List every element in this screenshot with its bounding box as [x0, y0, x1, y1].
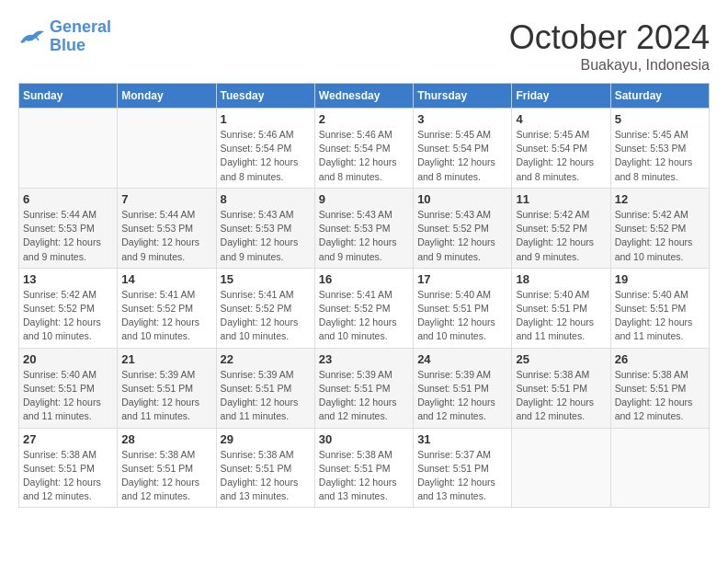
day-info: Sunrise: 5:39 AM Sunset: 5:51 PM Dayligh…: [417, 368, 507, 424]
day-number: 4: [516, 112, 606, 126]
calendar-cell: 21Sunrise: 5:39 AM Sunset: 5:51 PM Dayli…: [118, 348, 216, 428]
title-block: October 2024 Buakayu, Indonesia: [509, 18, 710, 74]
calendar-cell: 30Sunrise: 5:38 AM Sunset: 5:51 PM Dayli…: [314, 428, 413, 508]
day-number: 21: [121, 352, 211, 366]
calendar-week-row: 20Sunrise: 5:40 AM Sunset: 5:51 PM Dayli…: [19, 348, 710, 428]
calendar-cell: 26Sunrise: 5:38 AM Sunset: 5:51 PM Dayli…: [610, 348, 709, 428]
day-info: Sunrise: 5:39 AM Sunset: 5:51 PM Dayligh…: [221, 368, 311, 424]
day-number: 29: [221, 432, 311, 446]
calendar-cell: 18Sunrise: 5:40 AM Sunset: 5:51 PM Dayli…: [512, 268, 610, 348]
day-info: Sunrise: 5:45 AM Sunset: 5:54 PM Dayligh…: [417, 128, 507, 184]
weekday-header-cell: Monday: [118, 84, 216, 109]
calendar-week-row: 27Sunrise: 5:38 AM Sunset: 5:51 PM Dayli…: [19, 428, 710, 508]
calendar-week-row: 6Sunrise: 5:44 AM Sunset: 5:53 PM Daylig…: [19, 188, 710, 268]
page-header: General Blue October 2024 Buakayu, Indon…: [18, 18, 710, 74]
weekday-header-cell: Tuesday: [216, 84, 314, 109]
day-number: 23: [319, 352, 409, 366]
day-info: Sunrise: 5:38 AM Sunset: 5:51 PM Dayligh…: [516, 368, 606, 424]
day-number: 27: [23, 432, 113, 446]
day-number: 6: [23, 192, 113, 206]
calendar-cell: 15Sunrise: 5:41 AM Sunset: 5:52 PM Dayli…: [216, 268, 314, 348]
day-number: 5: [615, 112, 705, 126]
calendar-cell: 3Sunrise: 5:45 AM Sunset: 5:54 PM Daylig…: [414, 109, 512, 189]
day-info: Sunrise: 5:40 AM Sunset: 5:51 PM Dayligh…: [23, 368, 113, 424]
calendar-cell: [19, 109, 118, 189]
calendar-cell: 19Sunrise: 5:40 AM Sunset: 5:51 PM Dayli…: [610, 268, 709, 348]
day-info: Sunrise: 5:43 AM Sunset: 5:52 PM Dayligh…: [417, 208, 507, 264]
day-number: 30: [319, 432, 409, 446]
weekday-header-cell: Sunday: [19, 84, 118, 109]
logo-text: General Blue: [50, 18, 111, 55]
day-info: Sunrise: 5:46 AM Sunset: 5:54 PM Dayligh…: [319, 128, 409, 184]
day-info: Sunrise: 5:40 AM Sunset: 5:51 PM Dayligh…: [417, 288, 507, 344]
day-info: Sunrise: 5:41 AM Sunset: 5:52 PM Dayligh…: [221, 288, 311, 344]
day-info: Sunrise: 5:37 AM Sunset: 5:51 PM Dayligh…: [417, 448, 507, 504]
day-number: 19: [615, 272, 705, 286]
calendar-cell: 31Sunrise: 5:37 AM Sunset: 5:51 PM Dayli…: [414, 428, 512, 508]
day-number: 2: [319, 112, 409, 126]
calendar-cell: 23Sunrise: 5:39 AM Sunset: 5:51 PM Dayli…: [314, 348, 413, 428]
day-number: 11: [516, 192, 606, 206]
calendar-cell: 29Sunrise: 5:38 AM Sunset: 5:51 PM Dayli…: [216, 428, 314, 508]
day-number: 7: [121, 192, 211, 206]
day-info: Sunrise: 5:43 AM Sunset: 5:53 PM Dayligh…: [221, 208, 311, 264]
day-number: 14: [121, 272, 211, 286]
day-info: Sunrise: 5:40 AM Sunset: 5:51 PM Dayligh…: [516, 288, 606, 344]
calendar-cell: 11Sunrise: 5:42 AM Sunset: 5:52 PM Dayli…: [512, 188, 610, 268]
calendar-cell: 20Sunrise: 5:40 AM Sunset: 5:51 PM Dayli…: [19, 348, 118, 428]
day-number: 13: [23, 272, 113, 286]
day-info: Sunrise: 5:38 AM Sunset: 5:51 PM Dayligh…: [615, 368, 705, 424]
day-number: 18: [516, 272, 606, 286]
day-number: 12: [615, 192, 705, 206]
calendar-cell: 28Sunrise: 5:38 AM Sunset: 5:51 PM Dayli…: [118, 428, 216, 508]
calendar-cell: [610, 428, 709, 508]
calendar-cell: 8Sunrise: 5:43 AM Sunset: 5:53 PM Daylig…: [216, 188, 314, 268]
day-number: 8: [221, 192, 311, 206]
day-number: 28: [121, 432, 211, 446]
calendar-cell: 27Sunrise: 5:38 AM Sunset: 5:51 PM Dayli…: [19, 428, 118, 508]
day-number: 24: [417, 352, 507, 366]
day-info: Sunrise: 5:38 AM Sunset: 5:51 PM Dayligh…: [121, 448, 211, 504]
day-info: Sunrise: 5:41 AM Sunset: 5:52 PM Dayligh…: [121, 288, 211, 344]
calendar-cell: 24Sunrise: 5:39 AM Sunset: 5:51 PM Dayli…: [414, 348, 512, 428]
day-number: 1: [221, 112, 311, 126]
calendar-cell: 6Sunrise: 5:44 AM Sunset: 5:53 PM Daylig…: [19, 188, 118, 268]
day-info: Sunrise: 5:39 AM Sunset: 5:51 PM Dayligh…: [121, 368, 211, 424]
day-info: Sunrise: 5:42 AM Sunset: 5:52 PM Dayligh…: [516, 208, 606, 264]
day-number: 3: [417, 112, 507, 126]
weekday-header-cell: Saturday: [610, 84, 709, 109]
calendar-week-row: 1Sunrise: 5:46 AM Sunset: 5:54 PM Daylig…: [19, 109, 710, 189]
day-info: Sunrise: 5:38 AM Sunset: 5:51 PM Dayligh…: [221, 448, 311, 504]
calendar-body: 1Sunrise: 5:46 AM Sunset: 5:54 PM Daylig…: [19, 109, 710, 508]
day-number: 25: [516, 352, 606, 366]
day-number: 10: [417, 192, 507, 206]
day-info: Sunrise: 5:41 AM Sunset: 5:52 PM Dayligh…: [319, 288, 409, 344]
day-number: 17: [417, 272, 507, 286]
weekday-header-row: SundayMondayTuesdayWednesdayThursdayFrid…: [19, 84, 710, 109]
day-info: Sunrise: 5:39 AM Sunset: 5:51 PM Dayligh…: [319, 368, 409, 424]
day-info: Sunrise: 5:38 AM Sunset: 5:51 PM Dayligh…: [319, 448, 409, 504]
day-info: Sunrise: 5:42 AM Sunset: 5:52 PM Dayligh…: [23, 288, 113, 344]
day-info: Sunrise: 5:38 AM Sunset: 5:51 PM Dayligh…: [23, 448, 113, 504]
calendar-cell: 10Sunrise: 5:43 AM Sunset: 5:52 PM Dayli…: [414, 188, 512, 268]
calendar-cell: 14Sunrise: 5:41 AM Sunset: 5:52 PM Dayli…: [118, 268, 216, 348]
calendar-cell: 5Sunrise: 5:45 AM Sunset: 5:53 PM Daylig…: [610, 109, 709, 189]
day-info: Sunrise: 5:40 AM Sunset: 5:51 PM Dayligh…: [615, 288, 705, 344]
day-number: 15: [221, 272, 311, 286]
calendar-cell: 25Sunrise: 5:38 AM Sunset: 5:51 PM Dayli…: [512, 348, 610, 428]
day-number: 22: [221, 352, 311, 366]
calendar-cell: 4Sunrise: 5:45 AM Sunset: 5:54 PM Daylig…: [512, 109, 610, 189]
logo-bird-icon: [18, 26, 46, 48]
day-info: Sunrise: 5:44 AM Sunset: 5:53 PM Dayligh…: [121, 208, 211, 264]
location-subtitle: Buakayu, Indonesia: [509, 57, 710, 74]
logo: General Blue: [18, 18, 111, 55]
day-info: Sunrise: 5:45 AM Sunset: 5:53 PM Dayligh…: [615, 128, 705, 184]
day-info: Sunrise: 5:45 AM Sunset: 5:54 PM Dayligh…: [516, 128, 606, 184]
calendar-cell: [118, 109, 216, 189]
calendar-cell: 13Sunrise: 5:42 AM Sunset: 5:52 PM Dayli…: [19, 268, 118, 348]
weekday-header-cell: Thursday: [414, 84, 512, 109]
calendar-cell: 16Sunrise: 5:41 AM Sunset: 5:52 PM Dayli…: [314, 268, 413, 348]
calendar-week-row: 13Sunrise: 5:42 AM Sunset: 5:52 PM Dayli…: [19, 268, 710, 348]
calendar-cell: 2Sunrise: 5:46 AM Sunset: 5:54 PM Daylig…: [314, 109, 413, 189]
day-number: 31: [417, 432, 507, 446]
